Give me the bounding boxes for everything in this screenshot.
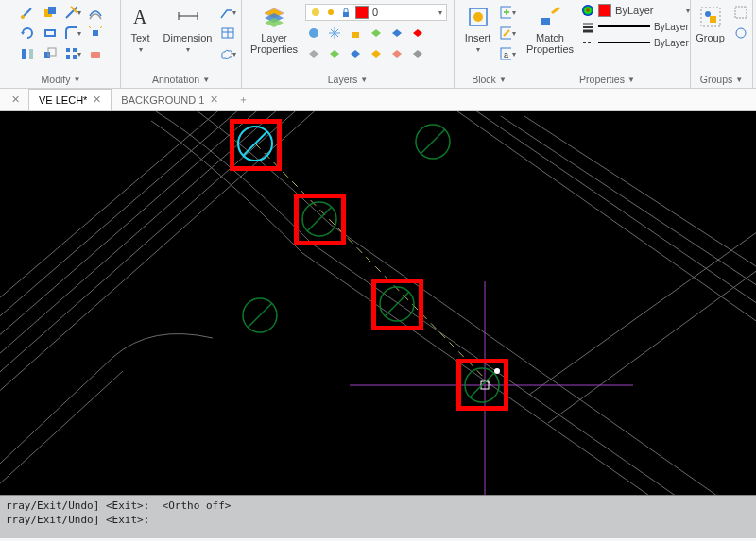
layer-uniso-icon[interactable] — [326, 45, 343, 62]
lineweight-icon — [581, 20, 594, 33]
svg-rect-11 — [66, 48, 70, 52]
drawing-canvas[interactable] — [0, 111, 756, 495]
svg-line-77 — [421, 129, 445, 154]
svg-point-30 — [328, 9, 334, 15]
svg-rect-57 — [710, 16, 716, 23]
lt-value: ByLayer — [654, 38, 689, 48]
color-wheel-icon — [581, 4, 594, 17]
ungroup-icon[interactable] — [732, 4, 749, 21]
mirror-icon[interactable] — [19, 45, 36, 62]
copy-icon[interactable] — [42, 4, 59, 21]
match-properties-button[interactable]: Match Properties — [524, 4, 576, 55]
layer-properties-button[interactable]: Layer Properties — [249, 4, 300, 55]
start-tab[interactable]: ✕ — [4, 89, 28, 110]
line-sample — [598, 42, 650, 43]
scale-icon[interactable] — [42, 45, 59, 62]
lineweight-combo[interactable]: ByLayer — [581, 20, 690, 33]
offset-icon[interactable] — [87, 4, 104, 21]
linetype-icon — [581, 36, 594, 49]
svg-rect-14 — [73, 55, 77, 59]
svg-rect-13 — [66, 55, 70, 59]
svg-line-79 — [248, 303, 272, 328]
file-tab[interactable]: VE LECH* ✕ — [28, 89, 112, 110]
svg-point-50 — [582, 5, 593, 16]
close-icon[interactable]: ✕ — [93, 93, 101, 106]
revcloud-icon[interactable]: ▾ — [219, 45, 236, 62]
array-icon[interactable]: ▾ — [64, 45, 81, 62]
edit-block-icon[interactable]: ▾ — [499, 25, 516, 42]
svg-line-16 — [89, 26, 91, 28]
group-edit-icon[interactable] — [732, 25, 749, 42]
svg-rect-6 — [45, 30, 55, 36]
svg-point-32 — [309, 28, 318, 38]
command-window[interactable]: rray/Exit/Undo] <Exit>: <Ortho off> rray… — [0, 495, 756, 538]
svg-marker-42 — [413, 50, 422, 58]
text-label: Text — [130, 32, 149, 43]
layer-previous-icon[interactable] — [409, 25, 426, 42]
layer-freeze-icon[interactable] — [326, 25, 343, 42]
move-icon[interactable] — [19, 4, 36, 21]
lock-icon — [340, 7, 352, 18]
tab-label: BACKGROUND 1 — [121, 94, 204, 106]
svg-marker-39 — [351, 50, 360, 58]
chevron-down-icon: ▾ — [186, 45, 190, 54]
layer-combo[interactable]: 0 ▾ — [305, 4, 447, 21]
insert-label: Insert — [465, 32, 491, 43]
chevron-down-icon[interactable]: ▼ — [202, 76, 210, 84]
tab-label: VE LECH* — [39, 94, 87, 106]
add-tab-button[interactable]: ＋ — [229, 89, 259, 110]
rotate-icon[interactable] — [19, 25, 36, 42]
svg-line-69 — [524, 116, 756, 291]
linetype-combo[interactable]: ByLayer — [581, 36, 690, 49]
close-icon[interactable]: ✕ — [11, 93, 20, 106]
layer-copy-icon[interactable] — [409, 45, 426, 62]
chevron-down-icon[interactable]: ▼ — [499, 76, 507, 84]
trim-icon[interactable]: ▾ — [64, 4, 81, 21]
create-block-icon[interactable]: ▾ — [499, 4, 516, 21]
sun-icon — [325, 7, 336, 18]
highlight-box — [230, 119, 282, 171]
close-icon[interactable]: ✕ — [210, 93, 218, 106]
command-history-line: rray/Exit/Undo] <Exit>: — [6, 514, 750, 526]
text-button[interactable]: A Text ▾ — [126, 4, 156, 54]
chevron-down-icon[interactable]: ▼ — [627, 76, 635, 84]
explode-icon[interactable] — [87, 25, 104, 42]
layer-lock-icon[interactable] — [347, 25, 364, 42]
svg-text:A: A — [133, 7, 147, 27]
svg-rect-2 — [22, 49, 26, 59]
layer-match-icon[interactable] — [388, 25, 405, 42]
layer-iso-icon[interactable] — [305, 45, 322, 62]
fillet-icon[interactable]: ▾ — [64, 25, 81, 42]
edit-attr-icon[interactable]: a▾ — [499, 45, 516, 62]
svg-rect-5 — [48, 7, 56, 14]
layer-change-icon[interactable] — [388, 45, 405, 62]
table-icon[interactable] — [219, 25, 236, 42]
leader-icon[interactable]: ▾ — [219, 4, 236, 21]
layer-make-current-icon[interactable] — [368, 25, 385, 42]
file-tab[interactable]: BACKGROUND 1 ✕ — [112, 89, 229, 110]
color-combo[interactable]: ByLayer ▾ — [581, 4, 690, 17]
layer-walk-icon[interactable] — [347, 45, 364, 62]
group-button[interactable]: Group — [694, 4, 727, 43]
layer-state-icon[interactable] — [368, 45, 385, 62]
chevron-down-icon[interactable]: ▼ — [74, 76, 81, 84]
svg-line-67 — [463, 111, 756, 329]
line-sample — [598, 25, 650, 27]
chevron-down-icon[interactable]: ▼ — [360, 76, 368, 84]
svg-marker-35 — [392, 29, 402, 37]
svg-point-0 — [21, 15, 25, 19]
stretch-icon[interactable] — [42, 25, 59, 42]
group-groups: Group Groups▼ — [691, 0, 753, 88]
layer-off-icon[interactable] — [305, 25, 322, 42]
group-modify: ▾ ▾ ▾ Modify▼ — [2, 0, 121, 88]
dimension-button[interactable]: Dimension ▾ — [162, 4, 215, 54]
command-history-line: rray/Exit/Undo] <Exit>: <Ortho off> — [6, 499, 750, 512]
chevron-down-icon: ▾ — [476, 45, 480, 54]
chevron-down-icon[interactable]: ▼ — [735, 76, 743, 84]
color-swatch — [598, 4, 611, 17]
insert-button[interactable]: Insert ▾ — [463, 4, 493, 54]
svg-line-64 — [0, 111, 359, 414]
svg-line-17 — [100, 26, 102, 28]
svg-rect-3 — [29, 49, 33, 59]
erase-icon[interactable] — [87, 45, 104, 62]
